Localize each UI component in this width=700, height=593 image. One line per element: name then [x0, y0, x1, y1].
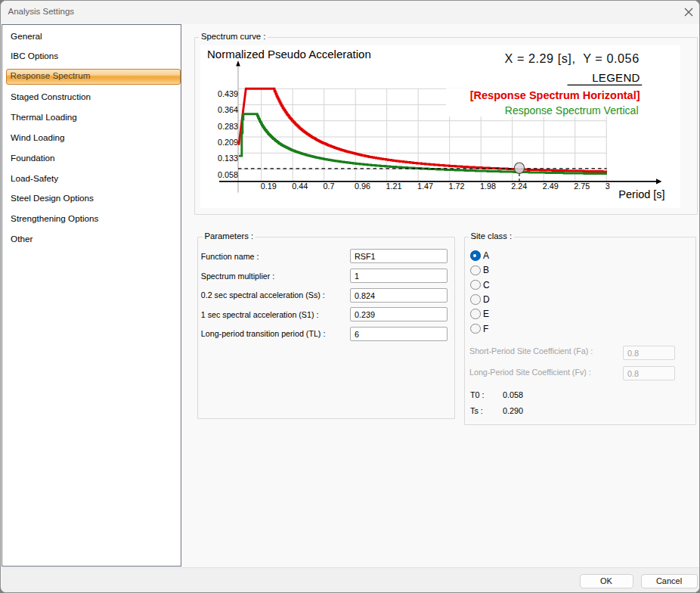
svg-text:1.47: 1.47	[417, 182, 433, 191]
svg-text:0.439: 0.439	[218, 89, 238, 98]
svg-text:0.44: 0.44	[292, 182, 308, 191]
svg-text:0.96: 0.96	[355, 182, 370, 191]
svg-text:1.72: 1.72	[448, 182, 464, 191]
svg-text:0.283: 0.283	[218, 122, 238, 131]
svg-text:2.49: 2.49	[543, 182, 559, 191]
svg-text:0.7: 0.7	[324, 182, 335, 191]
svg-text:[Response Spectrum Horizontal]: [Response Spectrum Horizontal]	[470, 89, 640, 101]
svg-text:Normalized Pseudo Acceleration: Normalized Pseudo Acceleration	[207, 48, 371, 61]
svg-text:0.058: 0.058	[218, 170, 238, 179]
svg-text:3: 3	[606, 182, 610, 191]
svg-text:Response Spectrum Vertical: Response Spectrum Vertical	[505, 104, 639, 116]
svg-text:0.364: 0.364	[218, 105, 238, 114]
svg-text:1.21: 1.21	[386, 182, 402, 191]
svg-text:Period [s]: Period [s]	[618, 188, 664, 200]
svg-text:1.98: 1.98	[480, 182, 496, 191]
svg-text:0.133: 0.133	[218, 154, 238, 163]
svg-text:LEGEND: LEGEND	[592, 71, 640, 84]
svg-text:2.75: 2.75	[574, 182, 590, 191]
svg-text:0.19: 0.19	[261, 182, 277, 191]
svg-text:X = 2.29 [s], Y = 0.056: X = 2.29 [s], Y = 0.056	[504, 51, 639, 65]
svg-text:0.209: 0.209	[218, 138, 238, 147]
svg-text:2.24: 2.24	[511, 182, 527, 191]
